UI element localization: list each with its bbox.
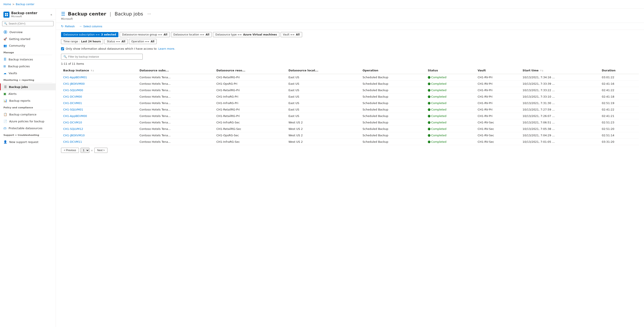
cell-operation: Scheduled Backup [360,132,426,139]
col-datasource-subs[interactable]: Datasource subs... [137,67,214,74]
next-page-button[interactable]: Next > [94,148,108,153]
learn-more-link[interactable]: Learn more. [158,47,175,50]
breadcrumb-separator: > [12,3,14,6]
cell-vault: CH1-RV-Pri [476,81,520,87]
cell-status: Completed [426,132,476,139]
sidebar-item-label: Azure policies for backup [9,120,44,123]
filter-search-wrap[interactable]: 🔍 [61,54,143,60]
sidebar-item-alerts[interactable]: ▣ Alerts [0,90,56,97]
sidebar-search-container: 🔍 [0,20,56,28]
sidebar-item-backup-jobs[interactable]: ☰ Backup jobs [0,83,56,90]
sidebar-header: Backup center Microsoft « [0,9,56,20]
table-row[interactable]: CH1-DCVM11 Contoso Hotels Tena... CH1-In… [61,139,639,145]
table-row[interactable]: CH1-SQLVM12 Contoso Hotels Tena... CH1-R… [61,126,639,132]
item-count: 1-11 of 11 items [61,62,84,65]
filter-search-input[interactable] [68,55,140,58]
cell-datasource-locat: East US [286,106,360,113]
cell-datasource-subs: Contoso Hotels Tena... [137,106,214,113]
sidebar-item-new-support[interactable]: 👤 New support request [0,138,56,145]
filter-vault[interactable]: Vault == All [281,32,302,37]
refresh-label: Refresh [65,25,75,28]
table-row[interactable]: CH1-JBOXVM10 Contoso Hotels Tena... CH1-… [61,132,639,139]
page-ms-label: Microsoft [61,18,639,21]
table-row[interactable]: CH1-AppBEVM00 Contoso Hotels Tena... CH1… [61,113,639,119]
filter-time-range[interactable]: Time range : Last 24 hours [61,39,103,44]
cell-datasource-locat: East US [286,94,360,100]
status-label: Completed [431,95,446,98]
col-operation[interactable]: Operation [360,67,426,74]
sidebar-item-getting-started[interactable]: 🚀 Getting started [0,36,56,42]
table-row[interactable]: CH1-SQLVM00 Contoso Hotels Tena... CH1-R… [61,87,639,94]
page-number-select[interactable]: 1 [80,148,90,153]
sidebar-item-protectable[interactable]: 🗃 Protectable datasources [0,125,56,132]
cell-datasource-locat: West US 2 [286,139,360,145]
sidebar-item-azure-policies[interactable]: 📄 Azure policies for backup [0,118,56,125]
breadcrumb-backup-center[interactable]: Backup center [16,3,34,6]
filter-datasource-sub[interactable]: Datasource subscription == 3 selected [61,32,118,37]
cell-duration: 02:51:20 [600,126,639,132]
table-row[interactable]: CH1-JBOXVM00 Contoso Hotels Tena... CH1-… [61,81,639,87]
table-row[interactable]: CH1-SQLVM01 Contoso Hotels Tena... CH1-R… [61,106,639,113]
cell-duration: 02:41:16 [600,81,639,87]
page-more-icon[interactable]: ··· [148,12,151,16]
filter-datasource-loc[interactable]: Datasource location == All [171,32,212,37]
sidebar-search-input[interactable] [8,22,52,25]
table-row[interactable]: CH1-DCVM10 Contoso Hotels Tena... CH1-In… [61,119,639,126]
sidebar-item-label: Backup policies [8,65,30,68]
filter-datasource-type[interactable]: Datasource type == Azure Virtual machine… [213,32,279,37]
sidebar-item-overview[interactable]: Overview [0,28,56,36]
select-columns-button[interactable]: → Select columns [79,25,102,28]
page-header: ☰ Backup center | Backup jobs ··· Micros… [56,9,644,23]
col-label: Backup instance [63,69,89,72]
cell-datasource-reso: CH1-InfraRG-Sec [214,119,286,126]
sidebar-item-backup-reports[interactable]: 📊 Backup reports [0,97,56,104]
backup-compliance-icon: 📋 [4,113,7,116]
cell-status: Completed [426,126,476,132]
protectable-icon: 🗃 [4,126,6,130]
table-row[interactable]: CH1-DCVM01 Contoso Hotels Tena... CH1-In… [61,100,639,106]
col-datasource-reso[interactable]: Datasource reso... [214,67,286,74]
col-duration[interactable]: Duration [600,67,639,74]
table-row[interactable]: CH1-AppBEVM01 Contoso Hotels Tena... CH1… [61,74,639,81]
sidebar-item-vaults[interactable]: ☁ Vaults [0,70,56,77]
sidebar-item-backup-instances[interactable]: 🗄 Backup instances [0,56,56,63]
filter-operation[interactable]: Operation == All [129,39,157,44]
status-completed-icon [428,96,430,98]
svg-rect-3 [7,15,8,16]
cell-backup-instance: CH1-AppBEVM00 [61,113,137,119]
section-monitoring: Monitoring + reporting [0,77,56,82]
sidebar-item-backup-compliance[interactable]: 📋 Backup compliance [0,111,56,118]
col-status[interactable]: Status [426,67,476,74]
col-datasource-locat[interactable]: Datasource locat... [286,67,360,74]
table-row[interactable]: CH1-DCVM00 Contoso Hotels Tena... CH1-In… [61,94,639,100]
cell-operation: Scheduled Backup [360,139,426,145]
access-checkbox[interactable] [61,47,64,50]
cell-datasource-subs: Contoso Hotels Tena... [137,139,214,145]
breadcrumb-home[interactable]: Home [4,3,11,6]
refresh-button[interactable]: ↻ Refresh [61,25,75,28]
filter-row-2: Time range : Last 24 hours Status == All… [56,39,644,45]
cell-vault: CH1-RV-Pri [476,106,520,113]
cell-datasource-subs: Contoso Hotels Tena... [137,87,214,94]
backup-reports-icon: 📊 [4,99,7,102]
checkbox-row: Only show information about datasources … [56,45,644,52]
cell-datasource-subs: Contoso Hotels Tena... [137,81,214,87]
status-label: Completed [431,140,446,143]
cell-datasource-locat: East US [286,100,360,106]
cell-duration: 02:41:22 [600,87,639,94]
sidebar-item-backup-policies[interactable]: ⊞ Backup policies [0,63,56,70]
sidebar-collapse-btn[interactable]: « [50,13,52,16]
filter-datasource-rg[interactable]: Datasource resource group == All [120,32,170,37]
sidebar-search-wrap[interactable]: 🔍 [2,21,54,26]
prev-page-button[interactable]: < Previous [61,148,79,153]
col-vault[interactable]: Vault [476,67,520,74]
sidebar-item-community[interactable]: 👥 Community [0,42,56,49]
cell-backup-instance: CH1-AppBEVM01 [61,74,137,81]
filter-value: Azure Virtual machines [242,33,277,36]
col-start-time[interactable]: Start time ↑↓ [520,67,600,74]
filter-label: Vault == [283,33,294,36]
filter-status[interactable]: Status == All [104,39,128,44]
col-backup-instance[interactable]: Backup instance ↑↓ [61,67,137,74]
cell-start-time: 10/13/2021, 7:31:30 ... [520,100,600,106]
table-body: CH1-AppBEVM01 Contoso Hotels Tena... CH1… [61,74,639,145]
